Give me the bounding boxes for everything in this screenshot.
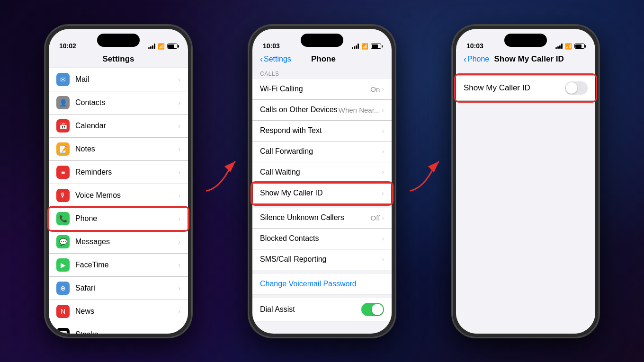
value-silence-unknown: Off — [371, 214, 380, 222]
chevron-facetime: › — [178, 261, 180, 269]
dynamic-island-1 — [97, 34, 140, 47]
phone-setting-sms-reporting[interactable]: SMS/Call Reporting › — [252, 249, 392, 270]
time-1: 10:02 — [59, 42, 76, 50]
settings-item-stocks[interactable]: 📈 Stocks › — [49, 323, 188, 334]
phone-setting-call-waiting[interactable]: Call Waiting › — [252, 162, 392, 183]
label-mail: Mail — [75, 75, 178, 84]
icon-notes: 📝 — [56, 142, 70, 156]
phone-setting-call-forwarding[interactable]: Call Forwarding › — [252, 141, 392, 162]
time-2: 10:03 — [263, 42, 280, 50]
nav-bar-1: Settings — [49, 53, 188, 68]
section-header-0: CALLS — [252, 68, 392, 79]
back-chevron-2: ‹ — [260, 55, 263, 63]
phone-setting-calls-other-devices[interactable]: Calls on Other Devices When Near... › — [252, 100, 392, 121]
chevron-notes: › — [178, 145, 180, 153]
label-contacts: Contacts — [75, 98, 178, 107]
icon-facetime: ▶ — [56, 258, 70, 272]
phone-setting-respond-text[interactable]: Respond with Text › — [252, 121, 392, 141]
icon-news: N — [56, 305, 70, 318]
arrow-1 — [201, 153, 239, 210]
dial-assist-label: Dial Assist — [260, 305, 361, 314]
icon-mail: ✉ — [56, 73, 70, 86]
status-icons-1: 📶 — [148, 43, 178, 50]
chevron-mail: › — [178, 76, 180, 83]
label-voice-memos: Voice Memos — [75, 191, 178, 200]
chevron-respond-text: › — [382, 127, 384, 134]
chevron-calendar: › — [178, 122, 180, 130]
signal-icon-3 — [555, 44, 563, 49]
back-button-3[interactable]: ‹ Phone — [464, 55, 489, 63]
settings-item-phone[interactable]: 📞 Phone › — [49, 207, 188, 230]
phone1: 10:02 📶 Settings — [45, 25, 192, 337]
caller-id-label: Show My Caller ID — [464, 83, 565, 93]
phone1-content: ✉ Mail › 👤 Contacts › 📅 Calendar › 📝 Not… — [49, 68, 188, 334]
battery-icon-3 — [574, 44, 585, 49]
voicemail-password-item[interactable]: Change Voicemail Password — [252, 274, 392, 294]
label-respond-text: Respond with Text — [260, 126, 382, 135]
label-calendar: Calendar — [75, 122, 178, 130]
chevron-safari: › — [178, 284, 180, 292]
dynamic-island-3 — [504, 34, 547, 47]
phone3-screen: 10:03 📶 ‹ Phone — [456, 29, 595, 334]
settings-item-voice-memos[interactable]: 🎙 Voice Memos › — [49, 184, 188, 207]
phone2: 10:03 📶 ‹ Settings — [249, 25, 395, 337]
settings-item-safari[interactable]: ⊕ Safari › — [49, 277, 188, 300]
dial-assist-item[interactable]: Dial Assist — [252, 298, 392, 321]
phone-setting-show-caller-id[interactable]: Show My Caller ID › — [252, 183, 392, 204]
caller-id-toggle[interactable] — [565, 81, 588, 95]
settings-item-messages[interactable]: 💬 Messages › — [49, 230, 188, 254]
settings-item-facetime[interactable]: ▶ FaceTime › — [49, 254, 188, 277]
dial-assist-toggle[interactable] — [361, 303, 384, 316]
label-blocked-contacts: Blocked Contacts — [260, 234, 382, 243]
icon-phone: 📞 — [56, 212, 70, 225]
icon-messages: 💬 — [56, 235, 70, 248]
phone-setting-wifi-calling[interactable]: Wi-Fi Calling On › — [252, 79, 392, 100]
label-calls-other-devices: Calls on Other Devices — [260, 106, 339, 114]
icon-safari: ⊕ — [56, 282, 70, 295]
phone2-screen: 10:03 📶 ‹ Settings — [252, 29, 392, 334]
chevron-news: › — [178, 308, 180, 315]
value-wifi-calling: On — [370, 85, 380, 93]
chevron-phone: › — [178, 215, 180, 222]
label-phone: Phone — [75, 214, 178, 223]
phone-setting-blocked-contacts[interactable]: Blocked Contacts › — [252, 229, 392, 249]
dynamic-island-2 — [301, 34, 343, 47]
settings-list-2: CALLS Wi-Fi Calling On › Calls on Other … — [252, 68, 392, 334]
phone3: 10:03 📶 ‹ Phone — [452, 25, 599, 337]
label-safari: Safari — [75, 284, 178, 292]
battery-icon-1 — [167, 44, 178, 49]
wifi-icon-2: 📶 — [361, 43, 368, 50]
time-3: 10:03 — [466, 42, 483, 50]
page-title-3: Show My Caller ID — [489, 54, 569, 64]
chevron-silence-unknown: › — [382, 214, 384, 221]
label-sms-reporting: SMS/Call Reporting — [260, 255, 382, 264]
phone2-content: CALLS Wi-Fi Calling On › Calls on Other … — [252, 68, 392, 334]
chevron-calls-other-devices: › — [382, 106, 384, 114]
label-reminders: Reminders — [75, 168, 178, 177]
icon-calendar: 📅 — [56, 119, 70, 132]
chevron-blocked-contacts: › — [382, 235, 384, 242]
arrow-2 — [405, 153, 443, 210]
chevron-sms-reporting: › — [382, 256, 384, 263]
icon-voice-memos: 🎙 — [56, 189, 70, 202]
label-messages: Messages — [75, 238, 178, 246]
settings-item-mail[interactable]: ✉ Mail › — [49, 68, 188, 91]
back-chevron-3: ‹ — [464, 55, 466, 63]
back-button-2[interactable]: ‹ Settings — [260, 55, 291, 63]
settings-item-news[interactable]: N News › — [49, 300, 188, 323]
value-calls-other-devices: When Near... — [339, 106, 380, 114]
page-title-1: Settings — [80, 54, 157, 64]
wifi-icon-1: 📶 — [158, 43, 165, 50]
label-call-waiting: Call Waiting — [260, 168, 382, 177]
battery-icon-2 — [371, 44, 381, 49]
phone-setting-silence-unknown[interactable]: Silence Unknown Callers Off › — [252, 208, 392, 229]
settings-item-calendar[interactable]: 📅 Calendar › — [49, 115, 188, 138]
settings-item-notes[interactable]: 📝 Notes › — [49, 138, 188, 161]
chevron-messages: › — [178, 238, 180, 246]
settings-item-reminders[interactable]: ≡ Reminders › — [49, 161, 188, 184]
scene: 10:02 📶 Settings — [0, 0, 644, 362]
chevron-stocks: › — [178, 331, 180, 334]
status-icons-2: 📶 — [352, 43, 381, 50]
label-show-caller-id: Show My Caller ID — [260, 189, 382, 197]
settings-item-contacts[interactable]: 👤 Contacts › — [49, 91, 188, 115]
